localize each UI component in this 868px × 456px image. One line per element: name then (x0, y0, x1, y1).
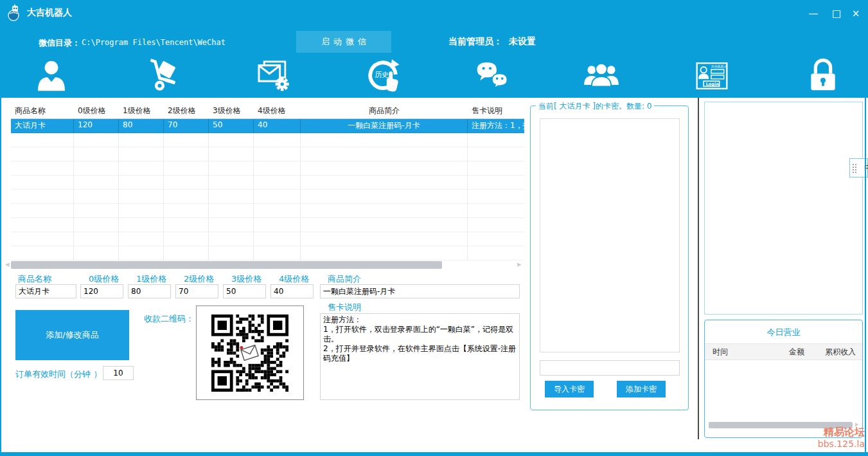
scroll-left-arrow[interactable]: ◂ (5, 259, 10, 269)
table-row[interactable]: 大话月卡12080705040一颗白菜注册码-月卡注册方法：1，打开软件 (11, 119, 524, 133)
price1-input[interactable] (128, 284, 171, 298)
order-time-input[interactable] (103, 366, 134, 380)
column-header: 0级价格 (74, 105, 119, 116)
table-cell (164, 161, 209, 176)
table-cell (164, 232, 209, 246)
table-cell (301, 190, 468, 204)
table-cell (74, 190, 119, 204)
price0-input[interactable] (80, 284, 123, 298)
window-title: 大吉机器人 (27, 7, 72, 19)
table-cell (119, 218, 164, 232)
add-card-button[interactable]: 添加卡密 (617, 381, 666, 397)
maximize-button[interactable]: □ (828, 6, 846, 21)
table-cell (209, 232, 254, 246)
table-cell (301, 204, 468, 218)
table-cell (74, 218, 119, 232)
drag-handle-icon[interactable] (853, 164, 854, 165)
table-cell (254, 133, 301, 147)
table-cell (301, 232, 468, 246)
table-cell (301, 147, 468, 161)
robot-icon (7, 5, 22, 21)
table-cell (254, 232, 301, 246)
price2-label: 2级价格 (184, 273, 214, 285)
table-cell (11, 161, 74, 176)
table-cell (164, 133, 209, 147)
mail-settings-icon[interactable] (253, 57, 292, 95)
contacts-icon[interactable] (582, 57, 621, 95)
table-cell: 70 (164, 119, 209, 133)
table-cell (74, 133, 119, 147)
today-column-header: 时间 (705, 347, 766, 358)
table-cell (301, 218, 468, 232)
column-header: 售卡说明 (468, 105, 524, 116)
history-icon[interactable]: 历史 (364, 57, 402, 95)
wechat-icon[interactable] (473, 57, 511, 95)
table-cell (468, 246, 524, 260)
sale-desc-textarea[interactable]: 注册方法： 1，打开软件，双击登录界面上的“一颗白菜”，记得是双击。 2，打开并… (320, 313, 520, 400)
user-icon[interactable] (32, 57, 71, 95)
product-table: 商品名称0级价格1级价格2级价格3级价格4级价格商品简介售卡说明 大话月卡120… (11, 103, 524, 261)
column-header: 商品名称 (11, 105, 74, 116)
column-header: 商品简介 (301, 105, 468, 116)
table-cell (119, 161, 164, 176)
right-list-panel[interactable] (704, 102, 863, 315)
column-header: 3级价格 (209, 105, 254, 116)
table-cell (254, 246, 301, 260)
table-cell (74, 246, 119, 260)
card-secret-panel-title: 当前[ 大话月卡 ]的卡密。数量: 0 (536, 101, 654, 112)
table-row-empty (11, 161, 524, 176)
product-name-input[interactable] (15, 284, 76, 298)
table-cell (468, 232, 524, 246)
table-cell (74, 161, 119, 176)
table-cell (209, 218, 254, 232)
today-business-panel: 今日营业 时间金额累积收入 ▸ (704, 320, 863, 438)
delivery-cart-icon[interactable] (143, 57, 181, 95)
table-cell (164, 176, 209, 190)
table-cell (74, 204, 119, 218)
table-cell (209, 161, 254, 176)
minimize-button[interactable]: — (804, 6, 822, 21)
product-desc-label: 商品简介 (328, 273, 361, 285)
price3-input[interactable] (223, 284, 266, 298)
import-cards-button[interactable]: 导入卡密 (545, 381, 594, 397)
window-border-right (865, 98, 866, 452)
table-cell (74, 147, 119, 161)
watermark-line2: bbs.125.la (797, 438, 865, 450)
table-cell (11, 232, 74, 246)
add-modify-product-button[interactable]: 添加/修改商品 (15, 310, 129, 360)
watermark-line1: 精易论坛 (797, 426, 865, 438)
table-row-empty (11, 133, 524, 147)
table-row-empty (11, 218, 524, 232)
table-cell (209, 147, 254, 161)
close-button[interactable]: × (847, 6, 865, 21)
table-row-empty (11, 204, 524, 218)
table-cell: 80 (119, 119, 164, 133)
window-border-left (0, 98, 1, 456)
table-cell (254, 147, 301, 161)
table-cell (11, 218, 74, 232)
panel-divider (698, 98, 699, 439)
start-wechat-button[interactable]: 启动微信 (296, 31, 391, 53)
card-secret-list[interactable] (540, 118, 680, 352)
table-cell: 一颗白菜注册码-月卡 (301, 119, 468, 133)
horizontal-scrollbar-thumb[interactable] (11, 261, 442, 269)
table-cell (254, 204, 301, 218)
column-header: 4级价格 (254, 105, 301, 116)
price4-input[interactable] (270, 284, 314, 298)
table-cell (301, 246, 468, 260)
price0-label: 0级价格 (89, 273, 119, 285)
table-row-empty (11, 190, 524, 204)
card-secret-input[interactable] (540, 360, 680, 376)
table-row-empty (11, 246, 524, 260)
table-cell (164, 246, 209, 260)
login-card-icon[interactable]: 大吉机器人 Login (693, 57, 731, 95)
table-cell (301, 161, 468, 176)
table-cell (164, 147, 209, 161)
lock-icon[interactable] (804, 57, 842, 95)
table-cell (74, 176, 119, 190)
qr-code-image (196, 306, 304, 400)
table-cell (468, 176, 524, 190)
price2-input[interactable] (175, 284, 218, 298)
product-desc-input[interactable] (320, 284, 520, 298)
scroll-right-arrow[interactable]: ▸ (517, 259, 522, 269)
